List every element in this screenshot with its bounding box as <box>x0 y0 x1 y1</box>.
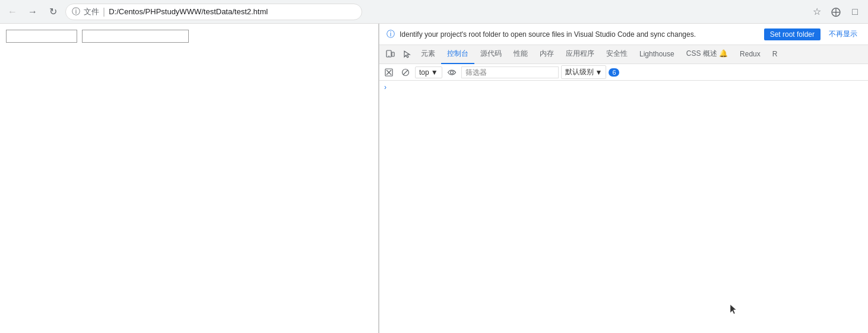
tab-console[interactable]: 控制台 <box>441 45 474 64</box>
context-dropdown[interactable]: top ▼ <box>415 66 442 78</box>
page-input-1[interactable] <box>6 30 77 43</box>
svg-rect-1 <box>392 52 394 56</box>
tab-lighthouse[interactable]: Lighthouse <box>633 45 680 64</box>
console-prompt[interactable]: › <box>379 81 868 94</box>
tab-sources[interactable]: 源代码 <box>474 45 508 64</box>
tab-css-overview[interactable]: CSS 概述 🔔 <box>680 45 734 64</box>
address-separator: | <box>103 7 105 17</box>
browser-chrome: ← → ↻ ⓘ 文件 | D:/Centos/PHPstudyWWW/testD… <box>0 0 868 24</box>
level-label: 默认级别 <box>565 67 594 77</box>
eye-button[interactable] <box>445 65 459 80</box>
tab-security[interactable]: 安全性 <box>600 45 633 64</box>
window-button[interactable]: □ <box>847 4 863 20</box>
console-toolbar: top ▼ 默认级别 ▼ 6 <box>379 64 868 81</box>
main-area: ⓘ Identify your project's root folder to… <box>0 24 868 333</box>
console-area[interactable]: › <box>379 81 868 333</box>
tab-device-toggle[interactable] <box>382 46 398 63</box>
tab-memory[interactable]: 内存 <box>534 45 560 64</box>
tab-more[interactable]: R <box>766 45 784 64</box>
console-badge: 6 <box>609 68 619 77</box>
reload-button[interactable]: ↻ <box>45 4 61 20</box>
forward-button[interactable]: → <box>25 4 40 20</box>
tab-application[interactable]: 应用程序 <box>560 45 600 64</box>
context-dropdown-arrow: ▼ <box>431 68 438 77</box>
filter-input[interactable] <box>461 66 559 78</box>
devtools-panel: ⓘ Identify your project's root folder to… <box>379 24 868 333</box>
set-root-button[interactable]: Set root folder <box>764 28 821 40</box>
address-text: D:/Centos/PHPstudyWWW/testData/test2.htm… <box>109 7 356 16</box>
devtools-tabs: 元素 控制台 源代码 性能 内存 应用程序 安全性 Lighthouse <box>379 45 868 64</box>
clear-console-button[interactable] <box>382 65 396 80</box>
bookmark-button[interactable]: ☆ <box>809 4 825 20</box>
level-dropdown[interactable]: 默认级别 ▼ <box>561 65 607 79</box>
page-content <box>0 24 379 333</box>
address-bar[interactable]: ⓘ 文件 | D:/Centos/PHPstudyWWW/testData/te… <box>65 4 362 20</box>
input-row <box>6 30 372 43</box>
file-label: 文件 <box>84 7 99 17</box>
block-icon-button[interactable] <box>398 65 413 80</box>
page-input-2[interactable] <box>82 30 189 43</box>
tab-redux[interactable]: Redux <box>734 45 766 64</box>
tab-inspect-element[interactable] <box>398 46 415 63</box>
extension-button[interactable]: ⨁ <box>828 4 844 20</box>
info-banner-text: Identify your project's root folder to o… <box>400 30 759 39</box>
tab-performance[interactable]: 性能 <box>508 45 534 64</box>
context-label: top <box>419 68 429 77</box>
info-icon: ⓘ <box>72 7 80 17</box>
info-banner: ⓘ Identify your project's root folder to… <box>379 24 868 45</box>
back-button[interactable]: ← <box>5 4 20 20</box>
browser-actions: ☆ ⨁ □ <box>809 4 863 20</box>
info-banner-icon: ⓘ <box>387 29 395 40</box>
dismiss-button[interactable]: 不再显示 <box>825 27 861 41</box>
svg-point-8 <box>450 71 453 74</box>
svg-line-7 <box>403 70 408 75</box>
level-dropdown-arrow: ▼ <box>595 68 603 77</box>
tab-elements[interactable]: 元素 <box>415 45 441 64</box>
